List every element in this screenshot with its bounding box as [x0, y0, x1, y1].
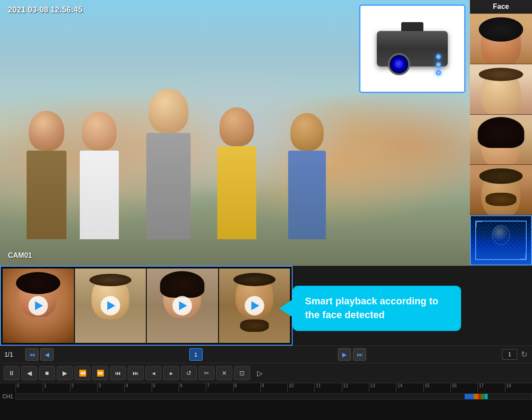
skip-back-icon: ⏮ — [115, 369, 121, 377]
tick-18: 18 — [505, 383, 532, 392]
face-panel: Face — [470, 0, 532, 266]
play-forward-button[interactable]: ▶ — [57, 366, 73, 380]
speech-bubble: Smart playback according to the face det… — [293, 286, 461, 331]
face-sim-2 — [470, 64, 532, 114]
fast-forward-icon: ⏩ — [97, 369, 104, 377]
frame-back-icon: ◂ — [152, 369, 155, 377]
tick-14: 14 — [396, 383, 423, 392]
pause-icon: ⏸ — [8, 369, 15, 377]
timeline-ruler-row: 0 1 2 3 4 5 6 7 8 9 10 11 12 13 14 15 16… — [0, 383, 532, 392]
face-thumb-2[interactable] — [470, 64, 532, 115]
cam-light-2 — [436, 62, 441, 67]
ch1-label: CH1 — [0, 393, 16, 400]
play-mark-button[interactable]: ▷ — [252, 366, 268, 380]
timeline-event-blue — [465, 394, 474, 399]
first-page-button[interactable]: ⏮ — [25, 348, 39, 361]
thumb-play-1[interactable] — [28, 296, 48, 315]
face-sim-1 — [470, 14, 532, 64]
tick-10: 10 — [287, 383, 314, 392]
thumb-play-3[interactable] — [172, 296, 192, 315]
prev-page-button[interactable]: ◀ — [40, 348, 54, 361]
tick-5: 5 — [152, 383, 179, 392]
timestamp: 2021 03-08 12:56:45 — [8, 5, 82, 15]
player-controls: ⏸ ◀ ■ ▶ ⏪ ⏩ ⏮ ⏭ ◂ ▸ ↺ ✂ ✕ ⊡ ▷ — [0, 363, 532, 383]
tick-11: 11 — [314, 383, 341, 392]
capture-icon: ⊡ — [239, 369, 245, 377]
skip-back-button[interactable]: ⏮ — [110, 366, 126, 380]
play-forward-icon: ▶ — [63, 369, 67, 377]
timeline-ch1-track[interactable]: CH1 — [0, 392, 532, 401]
page-input[interactable] — [502, 349, 517, 360]
camera-overlay — [359, 4, 466, 93]
fast-rewind-button[interactable]: ⏪ — [74, 366, 90, 380]
stop-icon: ■ — [45, 369, 49, 377]
camera-lights — [436, 54, 441, 75]
timeline-event-orange — [474, 394, 478, 399]
face-sim-4 — [470, 165, 532, 215]
tick-8: 8 — [233, 383, 260, 392]
thumbnail-1[interactable] — [3, 268, 74, 343]
face-panel-header: Face — [470, 0, 532, 14]
next-page-button[interactable]: ▶ — [338, 348, 351, 361]
camera-mount — [401, 22, 423, 31]
face-sim-3 — [470, 115, 532, 165]
timeline-ruler: 0 1 2 3 4 5 6 7 8 9 10 11 12 13 14 15 16… — [16, 383, 532, 392]
timeline: 0 1 2 3 4 5 6 7 8 9 10 11 12 13 14 15 16… — [0, 383, 532, 420]
fast-rewind-icon: ⏪ — [79, 369, 86, 377]
face-thumb-3[interactable] — [470, 115, 532, 165]
thumbnail-3[interactable] — [147, 268, 218, 343]
camera-lens — [388, 53, 410, 75]
tick-12: 12 — [342, 383, 369, 392]
tick-17: 17 — [477, 383, 505, 392]
loop-button[interactable]: ↺ — [181, 366, 197, 380]
tick-2: 2 — [70, 383, 97, 392]
refresh-icon[interactable]: ↻ — [521, 350, 528, 359]
timeline-event-cyan — [485, 394, 488, 399]
last-page-button[interactable]: ⏭ — [353, 348, 366, 361]
tick-0: 0 — [16, 383, 43, 392]
tick-16: 16 — [450, 383, 477, 392]
thumbnail-strip — [0, 266, 293, 346]
page-number-button[interactable]: 1 — [189, 348, 203, 361]
ch1-track-bg[interactable] — [16, 393, 532, 400]
rewind-icon: ◀ — [27, 369, 32, 377]
tick-6: 6 — [179, 383, 206, 392]
frame-back-button[interactable]: ◂ — [145, 366, 161, 380]
face-thumb-4[interactable] — [470, 165, 532, 215]
cam-label: CAM01 — [8, 252, 32, 260]
speech-bubble-text: Smart playback according to the face det… — [305, 296, 438, 320]
skip-forward-icon: ⏭ — [133, 369, 139, 377]
playback-bar: 1/1 ⏮ ◀ 1 ▶ ⏭ ↻ — [0, 346, 532, 363]
scan-box — [475, 221, 527, 260]
camera-image — [368, 16, 457, 82]
tick-15: 15 — [423, 383, 450, 392]
page-info: 1/1 — [4, 351, 20, 358]
tick-13: 13 — [369, 383, 396, 392]
loop-icon: ↺ — [186, 369, 192, 377]
clip-icon: ✂ — [204, 369, 209, 377]
camera-body — [377, 31, 448, 66]
rewind-button[interactable]: ◀ — [21, 366, 37, 380]
thumb-play-2[interactable] — [101, 296, 120, 315]
pause-button[interactable]: ⏸ — [4, 366, 20, 380]
timeline-ruler-inner: 0 1 2 3 4 5 6 7 8 9 10 11 12 13 14 15 16… — [16, 383, 532, 392]
skip-forward-button[interactable]: ⏭ — [128, 366, 144, 380]
play-mark-icon: ▷ — [257, 369, 262, 377]
tick-1: 1 — [43, 383, 70, 392]
main-video-area: 2021 03-08 12:56:45 CAM01 — [0, 0, 470, 266]
fast-forward-button[interactable]: ⏩ — [92, 366, 108, 380]
tick-7: 7 — [206, 383, 233, 392]
face-thumb-1[interactable] — [470, 14, 532, 64]
face-sim-5 — [470, 215, 532, 265]
cam-light-3 — [436, 70, 441, 75]
capture-button[interactable]: ⊡ — [234, 366, 250, 380]
stop-button[interactable]: ■ — [39, 366, 55, 380]
timeline-event-green — [481, 394, 485, 399]
frame-forward-button[interactable]: ▸ — [163, 366, 179, 380]
close-button[interactable]: ✕ — [216, 366, 232, 380]
thumb-play-4[interactable] — [245, 296, 264, 315]
cam-light-1 — [436, 54, 441, 59]
thumbnail-2[interactable] — [75, 268, 146, 343]
clip-button[interactable]: ✂ — [199, 366, 215, 380]
face-thumb-scan[interactable] — [470, 215, 532, 266]
